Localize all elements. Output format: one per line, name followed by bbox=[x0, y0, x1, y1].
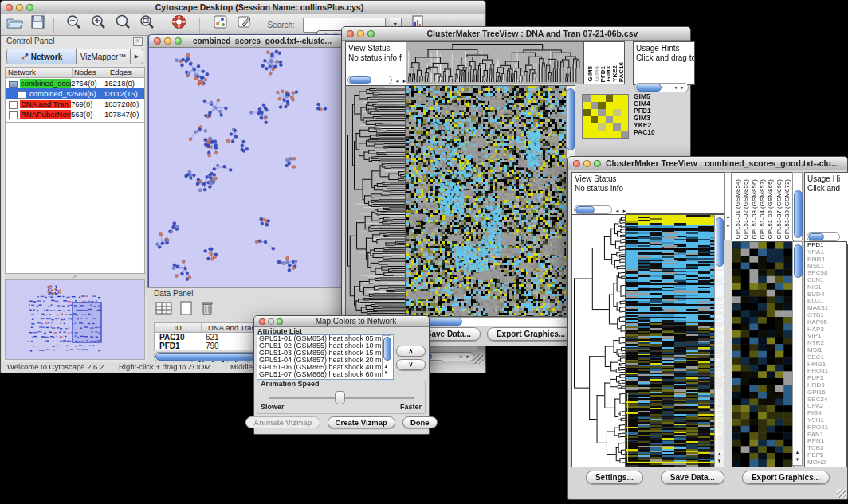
tab-overflow-icon[interactable]: ▶ bbox=[131, 49, 143, 64]
matrix-cell[interactable] bbox=[583, 116, 591, 123]
close-icon[interactable] bbox=[6, 4, 13, 11]
matrix-cell[interactable] bbox=[583, 123, 591, 131]
scroll-left-icon[interactable]: ◄ bbox=[672, 85, 679, 90]
matrix-cell[interactable] bbox=[591, 95, 599, 102]
matrix-cell[interactable] bbox=[621, 116, 629, 123]
attribute-table-icon[interactable] bbox=[155, 301, 173, 319]
scroll-up-icon[interactable]: ▲ bbox=[724, 214, 732, 219]
matrix-cell[interactable] bbox=[621, 123, 629, 131]
scroll-left-icon[interactable]: ◄ bbox=[457, 354, 464, 359]
network-tree-whitespace[interactable] bbox=[5, 123, 145, 274]
matrix-cell[interactable] bbox=[621, 131, 629, 138]
window-resize-grip[interactable] bbox=[837, 489, 846, 498]
save-icon[interactable] bbox=[31, 14, 45, 36]
matrix-cell[interactable] bbox=[613, 102, 621, 109]
view-status-scrollbar[interactable] bbox=[574, 205, 612, 214]
global-heatmap-canvas[interactable] bbox=[406, 86, 575, 316]
minimize-icon[interactable] bbox=[164, 37, 171, 45]
edit-network-icon[interactable] bbox=[238, 14, 253, 36]
column-header-id[interactable]: ID bbox=[155, 323, 202, 332]
treeview2-button[interactable]: Export Graphics... bbox=[742, 471, 830, 484]
column-label[interactable]: GPL51-08 (GSM872) bbox=[783, 179, 791, 240]
treeview2-column-labels[interactable]: GPL51-01 (GSM854)GPL51-02 (GSM855)GPL51-… bbox=[732, 172, 794, 242]
matrix-cell[interactable] bbox=[606, 95, 614, 102]
treeview1-titlebar[interactable]: ClusterMaker TreeView : DNA and Tran 07-… bbox=[342, 27, 690, 41]
move-down-button[interactable]: ∨ bbox=[396, 359, 426, 370]
matrix-cell[interactable] bbox=[613, 131, 621, 138]
gene-label[interactable]: MON2 bbox=[805, 459, 846, 467]
treeview2-window[interactable]: ClusterMaker TreeView : combined_scores_… bbox=[567, 156, 848, 500]
attribute-list-item[interactable]: GPL51-07 (GSM868) heat shock 60 min bbox=[257, 371, 393, 378]
treeview2-titlebar[interactable]: ClusterMaker TreeView : combined_scores_… bbox=[568, 157, 847, 170]
scroll-left-icon[interactable]: ◄ bbox=[614, 209, 621, 213]
help-lifering-icon[interactable] bbox=[171, 14, 186, 36]
column-label[interactable]: GPL51-04 (GSM857) bbox=[759, 179, 766, 240]
scroll-thumb[interactable] bbox=[794, 190, 803, 238]
treeview2-column-dendrogram[interactable] bbox=[626, 172, 726, 214]
main-titlebar[interactable]: Cytoscape Desktop (Session Name: collins… bbox=[1, 1, 485, 14]
matrix-cell[interactable] bbox=[606, 102, 614, 109]
treeview2-zoom-heatmap[interactable] bbox=[732, 241, 794, 467]
matrix-cell[interactable] bbox=[591, 131, 599, 138]
network-list-row[interactable]: RNAPuberNov2+| 563(0) 107847(0) bbox=[6, 109, 144, 119]
map-colors-dialog[interactable]: Map Colors to Network Attribute List GPL… bbox=[253, 315, 430, 435]
annotation-icon[interactable] bbox=[214, 14, 228, 36]
column-label[interactable]: GPL51-06 (GSM865) bbox=[767, 179, 774, 240]
scroll-thumb[interactable] bbox=[383, 337, 391, 361]
zoom-window-icon[interactable] bbox=[594, 160, 601, 167]
network-list-row[interactable]: combined_scores 2764(0) 16218(0) bbox=[6, 78, 144, 88]
matrix-cell[interactable] bbox=[598, 95, 606, 102]
close-icon[interactable] bbox=[573, 160, 580, 167]
matrix-cell[interactable] bbox=[591, 116, 599, 123]
label-scroll-strip[interactable]: ▲ ▼ bbox=[724, 172, 732, 240]
matrix-cell[interactable] bbox=[583, 131, 591, 138]
column-label[interactable]: GPL51-02 (GSM855) bbox=[742, 179, 749, 240]
attribute-list-scrollbar[interactable]: ▲ ▼ bbox=[382, 335, 391, 377]
attribute-list[interactable]: GPL51-01 (GSM854) heat shock 05 minGPL51… bbox=[257, 334, 394, 380]
zoom-vscrollbar[interactable]: ▲ ▼ bbox=[792, 241, 803, 466]
row-dendrogram-canvas[interactable] bbox=[346, 86, 405, 316]
column-header-edges[interactable]: Edges bbox=[108, 68, 144, 77]
window-controls[interactable] bbox=[6, 4, 33, 11]
treeview1-row-dendrogram[interactable] bbox=[345, 85, 406, 317]
matrix-cell[interactable] bbox=[598, 109, 606, 116]
scroll-right-icon[interactable]: ► bbox=[679, 85, 686, 90]
animation-speed-slider-thumb[interactable] bbox=[335, 391, 345, 404]
network-list-row[interactable]: DNA and Tran 07 769(0) 183728(0) bbox=[6, 99, 144, 109]
scroll-down-icon[interactable]: ▼ bbox=[794, 457, 801, 462]
done-button[interactable]: Done bbox=[402, 416, 438, 428]
panel-splitter[interactable]: ⇗ bbox=[5, 274, 145, 279]
network-window-1[interactable]: combined_scores_good.txt--cluste... bbox=[148, 34, 344, 291]
matrix-cell[interactable] bbox=[621, 95, 629, 102]
zoom-selected-icon[interactable] bbox=[115, 14, 131, 36]
minimize-icon[interactable] bbox=[583, 160, 591, 167]
usage-hints-scrollbar[interactable]: ◄ ► bbox=[634, 83, 689, 92]
scroll-thumb[interactable] bbox=[575, 206, 595, 213]
column-header-network[interactable]: Network bbox=[6, 68, 73, 77]
move-up-button[interactable]: ∧ bbox=[396, 346, 426, 357]
scroll-down-icon[interactable]: ▼ bbox=[383, 370, 390, 375]
scroll-thumb[interactable] bbox=[636, 84, 662, 92]
matrix-cell[interactable] bbox=[598, 116, 606, 123]
close-icon[interactable] bbox=[259, 318, 265, 325]
treeview2-row-dendrogram[interactable] bbox=[571, 214, 626, 467]
zoom-window-icon[interactable] bbox=[175, 37, 182, 45]
matrix-cell[interactable] bbox=[598, 131, 606, 138]
zoom-in-icon[interactable] bbox=[91, 14, 107, 36]
treeview1-button[interactable]: Export Graphics... bbox=[487, 327, 575, 341]
tab-network[interactable]: Network bbox=[7, 49, 77, 64]
matrix-cell[interactable] bbox=[613, 116, 621, 123]
dialog-titlebar[interactable]: Map Colors to Network bbox=[254, 316, 429, 327]
scroll-thumb[interactable] bbox=[794, 244, 803, 278]
matrix-cell[interactable] bbox=[606, 109, 614, 116]
matrix-cell[interactable] bbox=[621, 109, 629, 116]
network-view-canvas[interactable] bbox=[149, 48, 341, 290]
column-header-nodes[interactable]: Nodes bbox=[73, 68, 108, 77]
zoom-window-icon[interactable] bbox=[367, 30, 375, 37]
zoom-window-icon[interactable] bbox=[26, 4, 33, 11]
usage-hints-scrollbar[interactable] bbox=[807, 232, 840, 241]
close-icon[interactable] bbox=[347, 30, 354, 37]
treeview2-gene-labels[interactable]: PFD1YRA1RNR4MSL1SPC98CLN1NIS1BUD4ELG1MAK… bbox=[804, 241, 847, 467]
tab-vizmapper[interactable]: VizMapper™ bbox=[77, 49, 131, 64]
scroll-thumb[interactable] bbox=[716, 217, 724, 267]
